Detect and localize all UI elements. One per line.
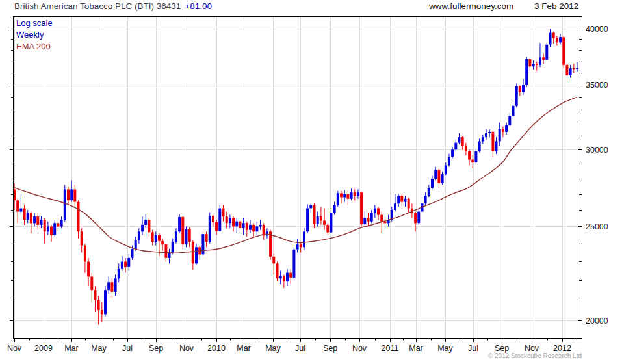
candle-down xyxy=(101,310,103,314)
candle-down xyxy=(215,222,218,231)
candle-up xyxy=(532,64,535,66)
candle-up xyxy=(482,137,484,141)
candle-up xyxy=(317,216,319,224)
candle-up xyxy=(306,209,309,232)
candle-down xyxy=(562,37,565,65)
candle-up xyxy=(505,125,508,132)
candle-down xyxy=(313,205,316,224)
candle-up xyxy=(135,240,137,250)
candle-up xyxy=(175,231,177,242)
candle-up xyxy=(357,192,359,196)
candle-down xyxy=(462,137,464,146)
candle-up xyxy=(40,220,43,225)
candle-up xyxy=(337,193,339,205)
candle-up xyxy=(303,231,306,247)
candle-up xyxy=(474,151,477,163)
candle-down xyxy=(542,57,545,60)
candle-up xyxy=(488,132,491,133)
candle-down xyxy=(151,232,154,242)
candle-down xyxy=(408,199,410,209)
plot-frame xyxy=(14,17,582,339)
candle-up xyxy=(539,57,541,64)
x-axis-label: Jul xyxy=(468,344,478,353)
x-axis-label: 2012 xyxy=(553,344,571,353)
candle-down xyxy=(552,33,555,38)
x-axis-label: Jul xyxy=(122,344,133,353)
candle-up xyxy=(60,220,63,226)
candle-down xyxy=(23,209,26,220)
candle-up xyxy=(451,150,454,157)
candle-up xyxy=(394,203,396,210)
candle-down xyxy=(340,193,343,197)
candle-up xyxy=(559,37,562,42)
candle-up xyxy=(522,85,525,92)
candle-up xyxy=(569,68,572,75)
candle-down xyxy=(81,231,83,245)
candle-up xyxy=(118,269,120,279)
candle-up xyxy=(235,222,238,227)
candle-up xyxy=(545,45,548,60)
candle-down xyxy=(192,242,194,263)
candle-down xyxy=(98,300,100,310)
candle-down xyxy=(414,213,417,223)
candle-down xyxy=(384,222,386,224)
candle-up xyxy=(27,213,29,220)
candle-up xyxy=(508,116,511,125)
candle-down xyxy=(536,64,538,65)
candle-down xyxy=(377,209,380,215)
candle-up xyxy=(515,86,518,105)
candle-up xyxy=(424,196,427,203)
candle-down xyxy=(528,59,531,66)
candle-down xyxy=(326,225,329,233)
candle-down xyxy=(50,227,53,235)
x-axis-label: Mar xyxy=(237,344,251,353)
candle-down xyxy=(283,276,285,281)
x-axis-label: Mar xyxy=(409,344,423,353)
candle-up xyxy=(428,188,430,196)
candle-up xyxy=(141,225,144,231)
candle-up xyxy=(255,227,258,232)
candle-up xyxy=(249,225,252,230)
candle-down xyxy=(323,220,326,224)
x-axis-label: Nov xyxy=(352,344,367,353)
candle-down xyxy=(471,160,474,162)
candle-down xyxy=(400,196,403,202)
candle-down xyxy=(226,216,228,223)
candle-up xyxy=(64,189,66,220)
x-axis-label: Mar xyxy=(64,344,79,353)
candle-down xyxy=(164,244,167,258)
candle-down xyxy=(289,273,292,278)
candle-up xyxy=(172,242,174,252)
candle-up xyxy=(458,137,461,142)
candle-down xyxy=(110,282,113,292)
x-axis-label: 2009 xyxy=(34,344,53,353)
candle-up xyxy=(296,244,299,249)
candle-up xyxy=(53,223,56,235)
candle-up xyxy=(370,213,373,222)
y-axis-label: 40000 xyxy=(586,25,608,34)
candle-up xyxy=(374,209,376,214)
candle-up xyxy=(495,142,498,151)
x-axis-label: May xyxy=(265,344,281,353)
candle-up xyxy=(363,218,366,224)
candle-down xyxy=(94,290,97,300)
candle-down xyxy=(272,257,275,263)
candle-up xyxy=(350,192,353,199)
candle-up xyxy=(144,220,147,225)
candle-down xyxy=(158,235,161,241)
candle-up xyxy=(512,106,515,116)
ema-line xyxy=(13,97,577,253)
candle-down xyxy=(320,216,322,220)
candle-down xyxy=(222,209,225,217)
y-axis-label: 30000 xyxy=(586,146,608,155)
candle-up xyxy=(121,262,124,269)
candle-down xyxy=(276,263,279,278)
x-axis-label: Nov xyxy=(525,344,540,353)
candle-down xyxy=(181,217,184,244)
candle-down xyxy=(566,65,568,75)
x-axis-label: 2011 xyxy=(382,344,399,353)
candle-down xyxy=(84,246,86,262)
candle-down xyxy=(124,262,127,268)
candle-down xyxy=(73,189,76,202)
candle-up xyxy=(280,276,282,278)
